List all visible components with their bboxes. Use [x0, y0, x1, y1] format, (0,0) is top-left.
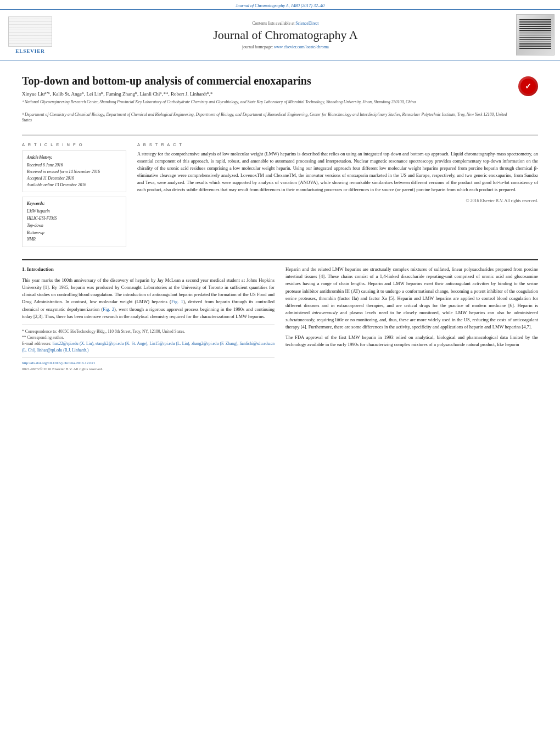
issn-line: 0021-9673/© 2016 Elsevier B.V. All right…	[22, 366, 275, 372]
journal-title-block: Contents lists available at ScienceDirec…	[60, 21, 511, 49]
keyword-5: NMR	[27, 236, 121, 243]
body-col-right: Heparin and the related LMW heparins are…	[285, 266, 538, 372]
keyword-2: HILIC-ESI-FTMS	[27, 215, 121, 222]
received-date: Received 6 June 2016	[27, 162, 121, 169]
sciencedirect-link[interactable]: ScienceDirect	[295, 21, 318, 26]
article-info-header: A R T I C L E I N F O	[22, 142, 126, 147]
footnote-emails: E-mail addresses: liux22@rpi.edu (X. Liu…	[22, 341, 275, 353]
article-info-abstract-section: A R T I C L E I N F O Article history: R…	[22, 135, 538, 254]
abstract-text: A strategy for the comprehensive analysi…	[137, 150, 538, 194]
contents-line: Contents lists available at ScienceDirec…	[60, 21, 511, 26]
footnote-section: * Correspondence to: 4005C BioTechnology…	[22, 325, 275, 353]
footnote-1: * Correspondence to: 4005C BioTechnology…	[22, 328, 275, 334]
revised-date: Received in revised form 14 November 201…	[27, 169, 121, 175]
journal-thumbnail	[516, 14, 555, 55]
keyword-3: Top-down	[27, 222, 121, 230]
elsevier-logo-image	[8, 16, 52, 47]
intro-paragraph-1: This year marks the 100th anniversary of…	[22, 277, 275, 320]
journal-header: ELSEVIER Contents lists available at Sci…	[0, 9, 560, 60]
journal-reference: Journal of Chromatography A, 1480 (2017)…	[0, 0, 560, 9]
available-date: Available online 13 December 2016	[27, 182, 121, 188]
footer-bar: http://dx.doi.org/10.1016/j.chroma.2016.…	[22, 358, 275, 372]
elsevier-label: ELSEVIER	[15, 48, 45, 54]
fig2-link[interactable]: Fig. 2	[103, 306, 114, 312]
article-info-box: Article history: Received 6 June 2016 Re…	[22, 150, 126, 192]
svg-text:✓: ✓	[525, 82, 531, 91]
intro-heading: 1. Introduction	[22, 266, 275, 274]
abstract-col: A B S T R A C T A strategy for the compr…	[137, 142, 538, 248]
article-history-label: Article history:	[27, 154, 121, 161]
doi-link[interactable]: http://dx.doi.org/10.1016/j.chroma.2016.…	[22, 361, 95, 365]
homepage-url[interactable]: www.elsevier.com/locate/chroma	[274, 44, 329, 49]
keyword-4: Bottom-up	[27, 230, 121, 237]
copyright-line: © 2016 Elsevier B.V. All rights reserved…	[137, 198, 538, 203]
email-list[interactable]: liux22@rpi.edu (X. Liu), stangk2@rpi.edu…	[22, 341, 275, 352]
elsevier-logo: ELSEVIER	[5, 16, 55, 54]
right-paragraph-1: Heparin and the related LMW heparins are…	[285, 266, 538, 331]
right-paragraph-2: The FDA approval of the first LMW hepari…	[285, 334, 538, 348]
paper-title-section: Top-down and bottom-up analysis of comme…	[22, 63, 538, 135]
abstract-header: A B S T R A C T	[137, 142, 538, 147]
journal-cover-image	[516, 14, 555, 55]
article-info-col: A R T I C L E I N F O Article history: R…	[22, 142, 126, 248]
fig1-link[interactable]: Fig. 1	[171, 299, 183, 304]
keyword-1: LMW heparin	[27, 208, 121, 215]
body-section: 1. Introduction This year marks the 100t…	[22, 260, 538, 378]
affiliation-b: ᵇ Department of Chemistry and Chemical B…	[22, 111, 513, 129]
crossmark-badge: ✓	[518, 76, 538, 96]
keywords-header: Keywords:	[27, 200, 121, 208]
journal-main-title: Journal of Chromatography A	[60, 28, 511, 42]
authors-line: Xinyue Liuᵃʳᵇ, Kalib St. Angeᵇ, Lei Linᵇ…	[22, 88, 513, 98]
affiliation-a: ᵃ National Glycoengineering Research Cen…	[22, 98, 513, 111]
body-col-left: 1. Introduction This year marks the 100t…	[22, 266, 275, 372]
footnote-2: ** Corresponding author.	[22, 334, 275, 341]
main-content: Top-down and bottom-up analysis of comme…	[0, 63, 560, 378]
accepted-date: Accepted 11 December 2016	[27, 175, 121, 182]
paper-title: Top-down and bottom-up analysis of comme…	[22, 74, 513, 88]
keywords-box: Keywords: LMW heparin HILIC-ESI-FTMS Top…	[22, 197, 126, 248]
homepage-line: journal homepage: www.elsevier.com/locat…	[60, 44, 511, 49]
